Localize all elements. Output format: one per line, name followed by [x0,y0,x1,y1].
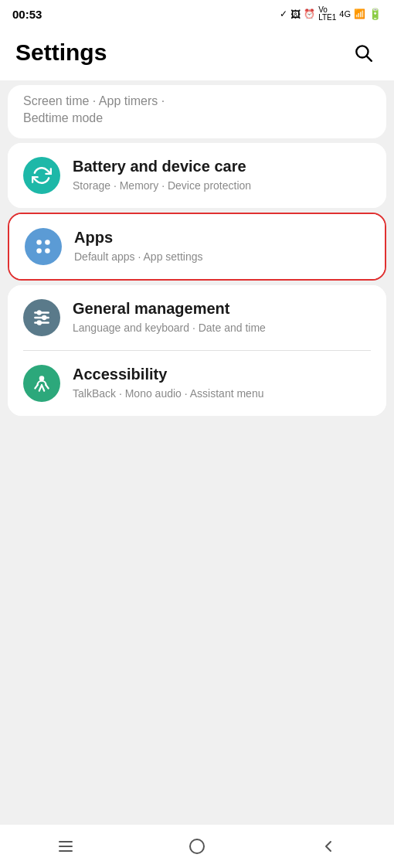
general-management-text: General management Language and keyboard… [73,299,371,336]
refresh-icon [32,165,52,186]
svg-line-15 [35,385,37,388]
general-management-title: General management [73,299,371,318]
general-management-icon-wrapper [23,299,60,336]
back-icon [319,837,338,856]
battery-icon: 🔋 [369,8,382,20]
status-icons: ✓ 🖼 ⏰ VoLTE1 4G 📶 🔋 [280,6,382,22]
recents-icon [56,837,75,856]
battery-settings-row[interactable]: Battery and device care Storage · Memory… [8,143,386,208]
svg-point-9 [38,311,41,314]
screen-time-item[interactable]: Screen time · App timers · Bedtime mode [8,85,386,138]
page-title: Settings [15,39,107,66]
general-management-item[interactable]: General management Language and keyboard… [8,285,386,350]
svg-point-5 [45,248,49,254]
status-time: 00:53 [12,8,42,21]
battery-item[interactable]: Battery and device care Storage · Memory… [8,143,386,208]
battery-subtitle: Storage · Memory · Device protection [73,179,371,194]
svg-point-20 [190,839,204,853]
svg-line-16 [46,385,48,388]
image-icon: 🖼 [290,9,301,20]
alarm-icon: ⏰ [304,9,315,19]
screen-time-text: Screen time · App timers · [23,94,165,107]
apps-icon-wrapper [25,228,62,265]
recents-button[interactable] [42,831,89,862]
person-icon [32,373,52,393]
general-management-subtitle: Language and keyboard · Date and time [73,321,371,336]
search-button[interactable] [348,37,379,68]
4g-icon: 4G [339,9,351,19]
search-icon [353,43,373,63]
management-accessibility-group: General management Language and keyboard… [8,285,386,416]
svg-point-3 [45,240,49,245]
apps-item[interactable]: Apps Default apps · App settings [8,213,386,281]
accessibility-item[interactable]: Accessibility TalkBack · Mono audio · As… [8,351,386,416]
bottom-nav [0,825,394,868]
svg-point-2 [36,240,42,245]
volte-icon: VoLTE1 [318,6,336,22]
svg-point-4 [36,248,42,254]
signal-icon: 📶 [354,9,365,19]
check-icon: ✓ [280,9,287,19]
battery-title: Battery and device care [73,157,371,175]
battery-text: Battery and device care Storage · Memory… [73,157,371,194]
grid-icon [33,237,53,257]
sliders-icon [32,308,52,328]
accessibility-text: Accessibility TalkBack · Mono audio · As… [73,365,371,402]
apps-text: Apps Default apps · App settings [74,228,369,265]
home-icon [188,837,206,856]
battery-icon-wrapper [23,157,60,194]
back-button[interactable] [305,831,352,862]
accessibility-subtitle: TalkBack · Mono audio · Assistant menu [73,386,371,402]
svg-point-10 [42,316,46,319]
screen-time-subtitle: Screen time · App timers · Bedtime mode [23,93,371,128]
accessibility-icon-wrapper [23,365,60,402]
apps-settings-row[interactable]: Apps Default apps · App settings [9,214,385,279]
apps-title: Apps [74,228,369,247]
apps-subtitle: Default apps · App settings [74,250,369,265]
svg-line-1 [367,56,372,61]
svg-point-11 [38,321,41,324]
svg-line-14 [42,385,44,391]
accessibility-title: Accessibility [73,365,371,383]
settings-list: Screen time · App timers · Bedtime mode … [0,85,394,416]
home-button[interactable] [174,831,220,862]
bedtime-mode-text: Bedtime mode [23,111,103,124]
header: Settings [0,28,394,80]
status-bar: 00:53 ✓ 🖼 ⏰ VoLTE1 4G 📶 🔋 [0,0,394,28]
